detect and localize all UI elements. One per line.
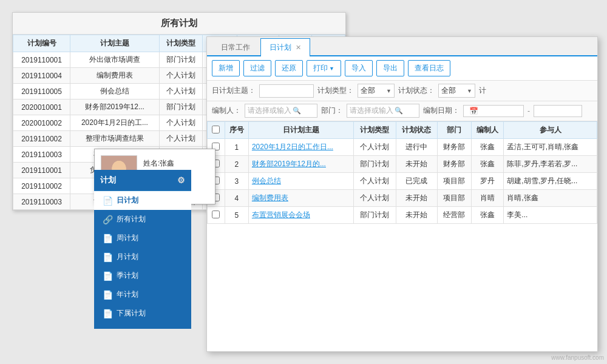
import-button[interactable]: 导入: [345, 60, 373, 76]
sidebar-label-sub: 下属计划: [117, 308, 146, 318]
sidebar-item-monthly[interactable]: 📄月计划: [94, 248, 191, 266]
editor-input-placeholder: 请选择或输入: [248, 106, 291, 116]
tab-daily-work[interactable]: 日常工作: [212, 38, 259, 56]
sidebar-icon-all: 🔗: [103, 215, 113, 224]
sidebar-item-daily[interactable]: 📄日计划: [94, 191, 191, 210]
sidebar-icon-yearly: 📄: [103, 290, 113, 300]
bg-col-计划编号: 计划编号: [13, 35, 70, 52]
dept-filter-label: 部门：: [321, 106, 343, 116]
sidebar-icon-seasonal: 📄: [103, 271, 113, 281]
sidebar-icon-sub: 📄: [103, 309, 113, 318]
tooltip-name-label: 姓名:: [143, 159, 160, 167]
table-row[interactable]: 12020年1月2日的工作日...个人计划进行中财务部张鑫孟洁,王可可,肖晴,张…: [208, 139, 597, 156]
toolbar: 新增 过滤 还原 打印 ▼ 导入 导出 查看日志: [207, 56, 597, 81]
tab-daily-plan[interactable]: 日计划 ✕: [260, 38, 310, 56]
sidebar-title: 计划: [100, 175, 116, 186]
export-button[interactable]: 导出: [376, 60, 404, 76]
sidebar-label-monthly: 月计划: [117, 252, 138, 262]
calendar-icon: 📅: [469, 107, 478, 115]
restore-button[interactable]: 还原: [275, 60, 303, 76]
data-table: 序号日计划主题计划类型计划状态部门编制人参与人 12020年1月2日的工作日..…: [207, 121, 597, 224]
bg-window-title: 所有计划: [13, 13, 345, 35]
main-col-4: 计划状态: [396, 122, 437, 139]
filter-row-1: 日计划主题： 计划类型： 全部 ▼ 计划状态： 全部 ▼ 计: [207, 81, 597, 101]
main-col-2: 日计划主题: [248, 122, 353, 139]
sidebar-icon-weekly: 📄: [103, 234, 113, 243]
tooltip-name-value: 张鑫: [160, 159, 174, 167]
sidebar-panel: 计划 ⚙ 📄日计划🔗所有计划📄周计划📄月计划📄季计划📄年计划📄下属计划: [94, 170, 191, 329]
filter-button[interactable]: 过滤: [243, 60, 271, 76]
status-filter-select[interactable]: 全部 ▼: [438, 84, 475, 98]
main-window: 日常工作 日计划 ✕ 新增 过滤 还原 打印 ▼ 导入 导出 查看日志 日计划主…: [206, 36, 598, 352]
bg-col-计划主题: 计划主题: [70, 35, 160, 52]
sidebar-icon-monthly: 📄: [103, 252, 113, 262]
main-col-7: 参与人: [504, 122, 597, 139]
editor-filter-label: 编制人：: [212, 106, 241, 116]
dept-input-placeholder: 请选择或输入: [350, 106, 393, 116]
date-filter-input[interactable]: 📅: [463, 105, 524, 117]
tab-close-icon[interactable]: ✕: [296, 44, 301, 51]
type-select-value: 全部: [361, 86, 385, 96]
date-filter-label: 编制日期：: [423, 106, 459, 116]
main-col-3: 计划类型: [353, 122, 396, 139]
sidebar-item-weekly[interactable]: 📄周计划: [94, 229, 191, 248]
status-filter-label: 计划状态：: [398, 86, 435, 96]
sidebar-item-all[interactable]: 🔗所有计划: [94, 210, 191, 229]
row-checkbox-4[interactable]: [212, 211, 220, 218]
type-filter-select[interactable]: 全部 ▼: [358, 84, 395, 98]
sidebar-label-daily: 日计划: [117, 195, 138, 206]
add-button[interactable]: 新增: [212, 60, 240, 76]
watermark: www.fanpusoft.com: [551, 354, 604, 361]
sidebar-icon-daily: 📄: [103, 196, 113, 206]
main-col-1: 序号: [225, 122, 248, 139]
status-select-value: 全部: [441, 86, 466, 96]
print-arrow-icon: ▼: [329, 66, 334, 72]
main-col-5: 部门: [437, 122, 471, 139]
table-row[interactable]: 3例会总结个人计划已完成项目部罗丹胡建,胡雪,罗丹,任晓...: [208, 173, 597, 190]
dept-search-icon: 🔍: [395, 107, 403, 115]
sidebar-label-yearly: 年计划: [117, 289, 138, 300]
sidebar-item-yearly[interactable]: 📄年计划: [94, 285, 191, 304]
tab-bar: 日常工作 日计划 ✕: [207, 37, 597, 56]
sidebar-label-seasonal: 季计划: [117, 271, 138, 281]
sidebar-label-all: 所有计划: [117, 214, 146, 224]
date-filter-input-end[interactable]: [534, 105, 582, 117]
filter-row-2: 编制人： 请选择或输入 🔍 部门： 请选择或输入 🔍 编制日期： 📅 -: [207, 101, 597, 121]
sidebar-label-weekly: 周计划: [117, 233, 138, 243]
view-log-button[interactable]: 查看日志: [408, 60, 450, 76]
data-table-wrap: 序号日计划主题计划类型计划状态部门编制人参与人 12020年1月2日的工作日..…: [207, 121, 597, 351]
print-button[interactable]: 打印 ▼: [307, 60, 341, 76]
type-select-arrow-icon: ▼: [386, 88, 392, 94]
sidebar-item-seasonal[interactable]: 📄季计划: [94, 266, 191, 285]
extra-filter-label: 计: [479, 86, 486, 96]
gear-icon[interactable]: ⚙: [177, 175, 185, 185]
table-row[interactable]: 5布置营销展会会场部门计划未开始经营部张鑫李美...: [208, 207, 597, 224]
editor-search-icon: 🔍: [293, 107, 301, 115]
table-row[interactable]: 4编制费用表个人计划未开始项目部肖晴肖晴,张鑫: [208, 190, 597, 207]
type-filter-label: 计划类型：: [317, 86, 354, 96]
select-all-checkbox[interactable]: [212, 126, 220, 133]
sidebar-header: 计划 ⚙: [94, 170, 191, 191]
table-row[interactable]: 2财务部2019年12月的...部门计划未开始财务部张鑫陈菲,罗丹,李若若,罗.…: [208, 156, 597, 173]
theme-filter-input[interactable]: [259, 84, 314, 98]
dept-filter-input[interactable]: 请选择或输入 🔍: [347, 104, 419, 118]
status-select-arrow-icon: ▼: [467, 88, 472, 94]
main-col-0: [208, 122, 225, 139]
editor-filter-input[interactable]: 请选择或输入 🔍: [245, 104, 317, 118]
main-col-6: 编制人: [471, 122, 504, 139]
bg-col-计划类型: 计划类型: [159, 35, 202, 52]
sidebar-item-sub[interactable]: 📄下属计划: [94, 304, 191, 323]
theme-filter-label: 日计划主题：: [212, 86, 256, 96]
